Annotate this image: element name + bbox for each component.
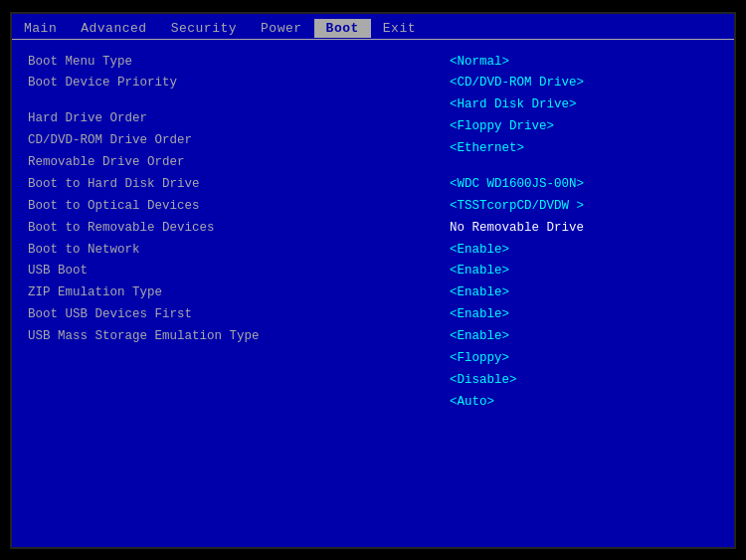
left-item-5: Hard Drive Order (28, 108, 440, 130)
right-item-13: <Floppy> (450, 348, 718, 370)
menu-item-advanced[interactable]: Advanced (69, 19, 158, 38)
right-item-3: <Floppy Drive> (450, 116, 718, 138)
left-item-15: USB Mass Storage Emulation Type (28, 326, 440, 348)
left-column: Boot Menu TypeBoot Device PriorityHard D… (28, 52, 440, 414)
left-item-12: USB Boot (28, 261, 440, 282)
right-item-15: <Auto> (450, 392, 718, 414)
content-area: Boot Menu TypeBoot Device PriorityHard D… (12, 44, 734, 422)
right-item-7: No Removable Drive (450, 218, 718, 240)
right-item-12: <Enable> (450, 326, 718, 348)
right-column: <Normal><CD/DVD-ROM Drive><Hard Disk Dri… (440, 52, 718, 414)
menu-item-boot[interactable]: Boot (314, 19, 371, 38)
menu-item-main[interactable]: Main (12, 19, 69, 38)
right-item-6: <TSSTcorpCD/DVDW > (450, 196, 718, 218)
right-item-9: <Enable> (450, 261, 718, 282)
right-item-8: <Enable> (450, 240, 718, 262)
left-item-11: Boot to Network (28, 240, 440, 262)
menu-item-exit[interactable]: Exit (371, 19, 428, 38)
right-item-0: <Normal> (450, 52, 718, 74)
left-item-0: Boot Menu Type (28, 52, 440, 74)
left-item-9: Boot to Optical Devices (28, 196, 440, 218)
left-item-10: Boot to Removable Devices (28, 218, 440, 240)
left-item-7: Removable Drive Order (28, 152, 440, 174)
menu-divider (12, 39, 734, 40)
menu-item-security[interactable]: Security (159, 19, 249, 38)
right-item-14: <Disable> (450, 370, 718, 392)
left-item-8: Boot to Hard Disk Drive (28, 174, 440, 196)
right-item-11: <Enable> (450, 304, 718, 326)
left-item-6: CD/DVD-ROM Drive Order (28, 130, 440, 152)
left-item-1: Boot Device Priority (28, 73, 440, 94)
bios-screen: MainAdvancedSecurityPowerBootExit Boot M… (10, 12, 736, 549)
right-item-5: <WDC WD1600JS-00N> (450, 174, 718, 196)
right-item-10: <Enable> (450, 282, 718, 304)
menu-bar[interactable]: MainAdvancedSecurityPowerBootExit (12, 18, 734, 39)
right-gap-5 (450, 160, 718, 174)
left-item-13: ZIP Emulation Type (28, 282, 440, 304)
left-item-14: Boot USB Devices First (28, 304, 440, 326)
menu-item-power[interactable]: Power (249, 19, 314, 38)
right-item-2: <Hard Disk Drive> (450, 94, 718, 116)
left-gap-5 (28, 94, 440, 108)
right-item-4: <Ethernet> (450, 138, 718, 160)
right-item-1: <CD/DVD-ROM Drive> (450, 73, 718, 94)
